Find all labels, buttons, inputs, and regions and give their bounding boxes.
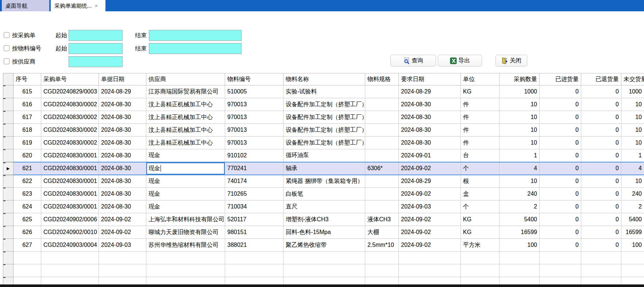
cell[interactable]: 2024-09-02: [399, 213, 461, 226]
row-selector[interactable]: [3, 175, 14, 188]
cell[interactable]: 10: [621, 175, 644, 188]
cell[interactable]: 0: [540, 226, 581, 239]
tab-desktop-navigation[interactable]: 桌面导航: [2, 0, 49, 11]
cell[interactable]: 0: [540, 137, 581, 149]
cell[interactable]: 520117: [225, 213, 284, 226]
cell[interactable]: 10: [500, 98, 540, 111]
column-header[interactable]: 单据日期: [99, 73, 146, 85]
checkbox-by-material-no[interactable]: [4, 45, 9, 51]
cell[interactable]: 件: [461, 98, 500, 111]
cell[interactable]: 增塑剂-液体CH3: [284, 213, 365, 226]
cell[interactable]: 616: [14, 98, 41, 111]
cell[interactable]: 0: [540, 200, 581, 213]
cell[interactable]: 2024-08-30: [99, 200, 146, 213]
cell[interactable]: 大棚: [365, 226, 399, 239]
cell[interactable]: KG: [461, 226, 500, 239]
cell[interactable]: 0: [581, 162, 621, 175]
cell[interactable]: CGD20240902/0010: [41, 226, 99, 239]
cell[interactable]: CGD20240830/0002: [41, 98, 99, 111]
cell[interactable]: 6306*: [365, 162, 399, 175]
table-row[interactable]: 616CGD20240830/00022024-08-30汶上县精正机械加工中心…: [3, 98, 644, 111]
table-row[interactable]: 622CGD20240830/00012024-08-30现金740174紧绳器…: [3, 175, 644, 188]
cell[interactable]: 0: [540, 149, 581, 162]
cell[interactable]: 设备配件加工定制（挤塑工厂）: [284, 111, 365, 124]
column-header[interactable]: 物料名称: [284, 73, 365, 85]
purchase-order-end-input[interactable]: [149, 30, 242, 41]
cell[interactable]: 0: [540, 98, 581, 111]
cell[interactable]: 设备配件加工定制（挤塑工厂）: [284, 137, 365, 149]
cell[interactable]: 平方米: [461, 239, 500, 252]
table-row[interactable]: 615CGD20240829/00032024-08-29江苏商瑞国际贸易有限公…: [3, 85, 644, 98]
cell[interactable]: CGD20240830/0001: [41, 149, 99, 162]
table-row[interactable]: 618CGD20240830/00022024-08-30汶上县精正机械加工中心…: [3, 124, 644, 137]
cell[interactable]: 710265: [225, 188, 284, 200]
cell[interactable]: 623: [14, 188, 41, 200]
cell[interactable]: 2024-08-29: [399, 175, 461, 188]
cell[interactable]: 4: [500, 162, 540, 175]
supplier-input[interactable]: [69, 56, 123, 67]
cell[interactable]: 10: [500, 137, 540, 149]
cell[interactable]: CGD20240830/0001: [41, 175, 99, 188]
cell[interactable]: 现金: [146, 188, 225, 200]
row-selector[interactable]: [3, 213, 14, 226]
cell[interactable]: 2024-08-30: [99, 111, 146, 124]
editing-cell[interactable]: 现金: [146, 162, 225, 175]
cell[interactable]: KG: [461, 85, 500, 98]
cell[interactable]: 710034: [225, 200, 284, 213]
cell[interactable]: 0: [581, 111, 621, 124]
table-row[interactable]: 625CGD20240902/00062024-09-02上海弘丰和材料科技有限…: [3, 213, 644, 226]
table-row[interactable]: 617CGD20240830/00022024-08-30汶上县精正机械加工中心…: [3, 111, 644, 124]
cell[interactable]: 0: [540, 124, 581, 137]
column-header[interactable]: 单位: [461, 73, 500, 85]
cell[interactable]: 设备配件加工定制（挤塑工厂）: [284, 124, 365, 137]
cell[interactable]: 0: [581, 213, 621, 226]
cell[interactable]: 2024-08-30: [399, 137, 461, 149]
cell[interactable]: 实验-试验料: [284, 85, 365, 98]
cell[interactable]: CGD20240829/0003: [41, 85, 99, 98]
cell[interactable]: 循环油泵: [284, 149, 365, 162]
column-header[interactable]: 供应商: [146, 73, 225, 85]
row-selector[interactable]: [3, 137, 14, 149]
row-selector[interactable]: [3, 226, 14, 239]
cell[interactable]: 618: [14, 124, 41, 137]
cell[interactable]: 0: [581, 137, 621, 149]
cell[interactable]: 上海弘丰和材料科技有限公司: [146, 213, 225, 226]
cell[interactable]: 2024-09-02: [99, 226, 146, 239]
close-button[interactable]: 关闭: [495, 55, 527, 66]
checkbox-by-purchase-order[interactable]: [4, 32, 9, 38]
cell[interactable]: 2024-08-29: [399, 85, 461, 98]
cell[interactable]: 2024-09-03: [99, 239, 146, 252]
cell[interactable]: 980151: [225, 226, 284, 239]
cell[interactable]: 100: [621, 239, 644, 252]
row-selector[interactable]: [3, 85, 14, 98]
cell[interactable]: 2024-09-02: [99, 213, 146, 226]
cell[interactable]: 621: [14, 162, 41, 175]
cell[interactable]: KG: [461, 213, 500, 226]
row-selector[interactable]: [3, 98, 14, 111]
cell[interactable]: 2024-09-02: [399, 162, 461, 175]
cell[interactable]: 10: [621, 137, 644, 149]
cell[interactable]: 740174: [225, 175, 284, 188]
export-button[interactable]: 导出: [438, 55, 482, 66]
cell[interactable]: 直尺: [284, 200, 365, 213]
cell[interactable]: 件: [461, 124, 500, 137]
cell[interactable]: 苏州华维热缩材料有限公司: [146, 239, 225, 252]
cell[interactable]: CGD20240830/0002: [41, 124, 99, 137]
row-selector[interactable]: [3, 124, 14, 137]
cell[interactable]: 0: [581, 98, 621, 111]
cell[interactable]: CGD20240830/0002: [41, 137, 99, 149]
cell[interactable]: 970013: [225, 124, 284, 137]
cell[interactable]: CGD20240830/0001: [41, 162, 99, 175]
cell[interactable]: 0: [581, 124, 621, 137]
cell[interactable]: 2024-08-29: [99, 85, 146, 98]
cell[interactable]: 16599: [621, 226, 644, 239]
selected-row-arrow[interactable]: ▶: [3, 162, 14, 175]
cell[interactable]: CGD20240830/0001: [41, 200, 99, 213]
cell[interactable]: 2024-09-03: [399, 200, 461, 213]
cell[interactable]: 5400: [621, 213, 644, 226]
cell[interactable]: 聊城力天废旧物资有限公司: [146, 226, 225, 239]
row-selector[interactable]: [3, 188, 14, 200]
table-row[interactable]: 619CGD20240830/00022024-08-30汶上县精正机械加工中心…: [3, 137, 644, 149]
cell[interactable]: 现金: [146, 175, 225, 188]
column-header[interactable]: 采购单号: [41, 73, 99, 85]
